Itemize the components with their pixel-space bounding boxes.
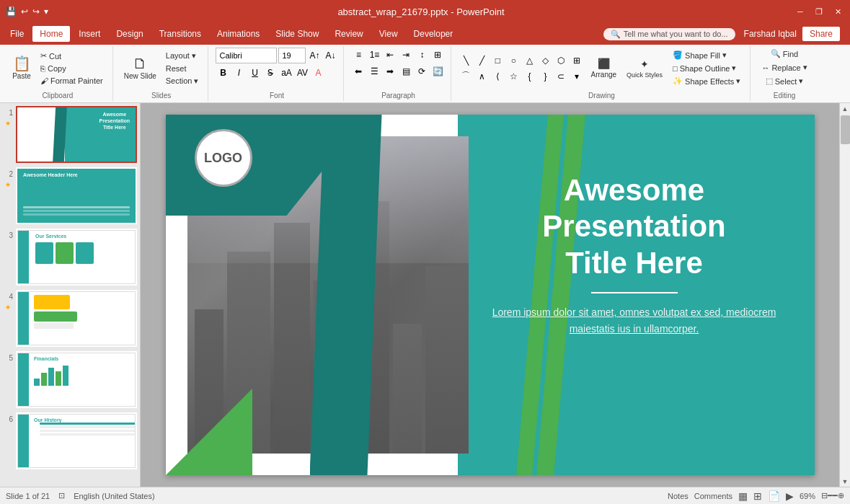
- justify-button[interactable]: ▤: [399, 64, 413, 79]
- paste-button[interactable]: 📋 Paste: [9, 54, 35, 82]
- bold-button[interactable]: B: [216, 66, 230, 80]
- smallcaps-button[interactable]: aA: [279, 66, 293, 80]
- shape-rect[interactable]: □: [490, 53, 505, 68]
- zoom-slider[interactable]: ⊟━━⊕: [821, 491, 844, 500]
- char-spacing-button[interactable]: AV: [295, 66, 309, 80]
- menu-design[interactable]: Design: [109, 26, 150, 42]
- normal-view-button[interactable]: ▦: [738, 490, 748, 502]
- slide-thumb-img-6[interactable]: Our History: [16, 412, 137, 469]
- menu-review[interactable]: Review: [327, 26, 370, 42]
- cut-button[interactable]: ✂ Cut: [37, 50, 107, 62]
- minimize-button[interactable]: ─: [794, 5, 807, 18]
- reading-view-button[interactable]: 📄: [768, 490, 780, 502]
- shape-8[interactable]: ⟨: [490, 69, 505, 84]
- scroll-down[interactable]: ▼: [840, 476, 851, 487]
- shape-1[interactable]: ╲: [459, 53, 473, 68]
- align-center-button[interactable]: ☰: [367, 64, 381, 79]
- format-painter-button[interactable]: 🖌 Format Painter: [37, 75, 107, 87]
- comments-button[interactable]: Comments: [694, 492, 732, 500]
- shape-2[interactable]: ╱: [474, 53, 489, 68]
- slide-thumb-3[interactable]: 3 ★ Our Services: [3, 229, 137, 286]
- notes-button[interactable]: Notes: [668, 492, 689, 500]
- numbering-button[interactable]: 1≡: [367, 48, 381, 62]
- scroll-up[interactable]: ▲: [840, 103, 851, 114]
- shape-4[interactable]: ◇: [538, 53, 552, 68]
- slide-thumb-img-4[interactable]: [16, 290, 137, 347]
- shape-more[interactable]: ⊞: [570, 53, 584, 68]
- menu-search[interactable]: 🔍 Tell me what you want to do...: [603, 28, 735, 40]
- shape-12[interactable]: ⊂: [554, 69, 568, 84]
- menu-animations[interactable]: Animations: [210, 26, 267, 42]
- restore-button[interactable]: ❐: [813, 5, 825, 18]
- menu-view[interactable]: View: [372, 26, 405, 42]
- slide-thumb-5[interactable]: 5 ★ Financials: [3, 351, 137, 408]
- shape-3[interactable]: △: [522, 53, 536, 68]
- copy-button[interactable]: ⎘ Copy: [37, 63, 107, 74]
- shape-effects-button[interactable]: ✨ Shape Effects▾: [669, 75, 744, 87]
- menu-slideshow[interactable]: Slide Show: [268, 26, 326, 42]
- decrease-font-button[interactable]: A↓: [323, 48, 337, 63]
- increase-font-button[interactable]: A↑: [307, 48, 322, 63]
- align-left-button[interactable]: ⬅: [351, 64, 366, 79]
- close-button[interactable]: ✕: [831, 5, 844, 18]
- slide-thumb-img-1[interactable]: AwesomePresentationTitle Here: [16, 106, 137, 163]
- shape-down[interactable]: ▾: [570, 69, 584, 84]
- menu-file[interactable]: File: [3, 26, 31, 42]
- shape-10[interactable]: {: [522, 69, 536, 84]
- section-button[interactable]: Section▾: [162, 75, 203, 87]
- slide-thumb-img-2[interactable]: Awesome Header Here: [16, 167, 137, 224]
- arrange-button[interactable]: ⬛ Arrange: [587, 56, 620, 81]
- font-size-selector[interactable]: 19: [278, 48, 306, 63]
- shape-11[interactable]: }: [538, 69, 552, 84]
- menu-insert[interactable]: Insert: [71, 26, 107, 42]
- shape-6[interactable]: ⌒: [459, 69, 473, 84]
- menu-developer[interactable]: Developer: [407, 26, 461, 42]
- slide-thumb-6[interactable]: 6 ★ Our History: [3, 412, 137, 469]
- reset-button[interactable]: Reset: [162, 63, 203, 74]
- select-button[interactable]: ⬚ Select▾: [762, 75, 807, 87]
- align-right-button[interactable]: ➡: [383, 64, 397, 79]
- font-color-button[interactable]: A: [311, 66, 325, 80]
- line-spacing-button[interactable]: ↕: [415, 48, 429, 62]
- underline-button[interactable]: U: [247, 66, 262, 80]
- slide-thumb-2[interactable]: 2 ★ Awesome Header Here: [3, 167, 137, 224]
- decrease-indent-button[interactable]: ⇤: [383, 48, 397, 62]
- slide-sorter-button[interactable]: ⊞: [753, 490, 762, 502]
- text-direction-button[interactable]: ⟳: [415, 64, 429, 79]
- columns-button[interactable]: ⊞: [430, 48, 445, 62]
- shape-fill-button[interactable]: 🪣 Shape Fill▾: [669, 49, 744, 61]
- vertical-scrollbar[interactable]: ▲ ▼: [839, 103, 850, 487]
- increase-indent-button[interactable]: ⇥: [399, 48, 413, 62]
- shape-9[interactable]: ☆: [506, 69, 521, 84]
- slideshow-button[interactable]: ▶: [786, 490, 794, 502]
- convert-button[interactable]: 🔄: [430, 64, 445, 79]
- canvas-area[interactable]: LOGO Awesome Presentation Title Here Lor…: [141, 103, 839, 487]
- menu-transitions[interactable]: Transitions: [152, 26, 208, 42]
- slide-thumb-4[interactable]: 4 ★: [3, 290, 137, 347]
- shape-5[interactable]: ⬡: [554, 53, 568, 68]
- layout-button[interactable]: Layout▾: [162, 50, 203, 62]
- menu-home[interactable]: Home: [32, 26, 70, 42]
- title-divider: [591, 292, 678, 293]
- slide-canvas[interactable]: LOGO Awesome Presentation Title Here Lor…: [166, 115, 815, 475]
- shape-outline-button[interactable]: □ Shape Outline▾: [669, 62, 744, 74]
- redo-icon[interactable]: ↪: [32, 6, 40, 17]
- user-name[interactable]: Farshad Iqbal: [744, 29, 797, 39]
- new-slide-button[interactable]: 🗋 New Slide: [120, 54, 160, 82]
- share-button[interactable]: Share: [802, 27, 840, 41]
- save-icon[interactable]: 💾: [6, 6, 17, 17]
- bullets-button[interactable]: ≡: [351, 48, 366, 62]
- font-name-selector[interactable]: Calibri: [216, 48, 277, 63]
- shape-7[interactable]: ∧: [474, 69, 489, 84]
- find-button[interactable]: 🔍 Find: [767, 48, 802, 60]
- slide-thumb-img-5[interactable]: Financials: [16, 351, 137, 408]
- replace-button[interactable]: ↔ Replace▾: [758, 61, 810, 74]
- slide-thumb-1[interactable]: 1 ★ AwesomePresentationTitle Here: [3, 106, 137, 163]
- shape-circle[interactable]: ○: [506, 53, 521, 68]
- scroll-thumb[interactable]: [841, 115, 850, 144]
- slide-thumb-img-3[interactable]: Our Services: [16, 229, 137, 286]
- strikethrough-button[interactable]: S̶: [263, 66, 278, 80]
- undo-icon[interactable]: ↩: [21, 6, 28, 17]
- quick-styles-button[interactable]: ✦ Quick Styles: [623, 56, 666, 81]
- italic-button[interactable]: I: [231, 66, 246, 80]
